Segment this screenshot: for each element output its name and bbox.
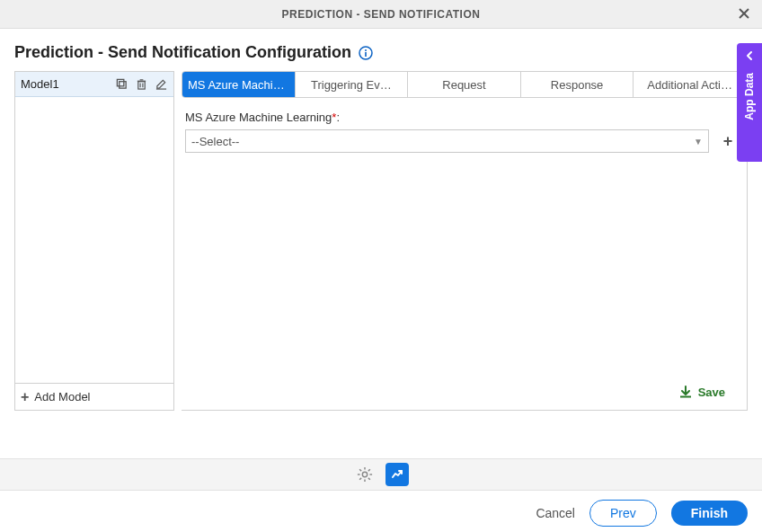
svg-rect-4 [365, 52, 367, 57]
select-value: --Select-- [191, 135, 239, 148]
info-icon[interactable] [359, 46, 373, 60]
svg-line-20 [368, 478, 370, 480]
svg-point-3 [365, 49, 367, 51]
model-item[interactable]: Model1 [15, 72, 173, 97]
tab-label: Triggering Ev… [311, 78, 392, 92]
model-item-actions [114, 77, 168, 92]
tabs: MS Azure Machine Lear… Triggering Ev… Re… [182, 71, 747, 98]
add-button[interactable]: + [718, 131, 738, 151]
save-label: Save [698, 386, 725, 399]
svg-line-22 [368, 469, 370, 471]
svg-rect-5 [119, 82, 125, 88]
select-row: --Select-- ▼ + [185, 129, 738, 153]
tab-body-spacer [185, 153, 738, 376]
tab-request[interactable]: Request [408, 72, 521, 97]
app-data-side-tab[interactable]: App Data [737, 43, 762, 162]
footer-tools [0, 458, 762, 491]
trash-icon[interactable] [134, 77, 148, 92]
download-icon [678, 385, 693, 399]
main-area: Model1 + Add Model MS Azure Machine Lear… [0, 71, 762, 411]
svg-rect-7 [137, 82, 144, 89]
model-name: Model1 [21, 77, 114, 91]
title-bar-text: PREDICTION - SEND NOTIFICATION [282, 8, 481, 21]
title-bar: PREDICTION - SEND NOTIFICATION [0, 0, 762, 29]
gear-icon[interactable] [353, 463, 377, 486]
prev-button[interactable]: Prev [589, 500, 657, 527]
tab-label: Response [551, 78, 604, 92]
plus-icon: + [21, 389, 29, 405]
tab-label: Request [442, 78, 485, 92]
model-list-panel: Model1 + Add Model [14, 71, 174, 411]
tab-azure-ml[interactable]: MS Azure Machine Lear… [182, 72, 296, 97]
page-heading: Prediction - Send Notification Configura… [0, 29, 762, 71]
edit-icon[interactable] [154, 77, 168, 92]
footer-actions: Cancel Prev Finish [536, 500, 748, 527]
tab-label: MS Azure Machine Lear… [188, 78, 289, 92]
tab-response[interactable]: Response [521, 72, 634, 97]
close-icon[interactable] [735, 5, 753, 23]
finish-button[interactable]: Finish [671, 501, 748, 526]
chart-icon[interactable] [385, 463, 409, 486]
chevron-left-icon [744, 50, 755, 64]
chevron-down-icon: ▼ [694, 137, 703, 146]
add-model-button[interactable]: + Add Model [15, 383, 173, 410]
model-list-spacer [15, 97, 173, 383]
svg-line-19 [359, 469, 361, 471]
add-model-label: Add Model [34, 390, 90, 403]
svg-line-21 [359, 478, 361, 480]
svg-point-14 [362, 472, 367, 476]
tab-additional[interactable]: Additional Acti… [634, 72, 746, 97]
field-label-text: MS Azure Machine Learning [185, 111, 332, 124]
tab-body: MS Azure Machine Learning*: --Select-- ▼… [182, 98, 747, 410]
svg-rect-6 [117, 79, 123, 85]
tab-label: Additional Acti… [647, 78, 732, 92]
required-marker: * [332, 111, 336, 124]
config-panel: MS Azure Machine Lear… Triggering Ev… Re… [182, 71, 748, 411]
copy-icon[interactable] [114, 77, 128, 92]
save-button[interactable]: Save [185, 376, 738, 410]
tab-triggering[interactable]: Triggering Ev… [296, 72, 409, 97]
field-label: MS Azure Machine Learning*: [185, 111, 738, 124]
side-tab-label: App Data [743, 73, 756, 120]
azure-ml-select[interactable]: --Select-- ▼ [185, 129, 709, 153]
cancel-button[interactable]: Cancel [536, 506, 575, 520]
page-title: Prediction - Send Notification Configura… [14, 43, 351, 62]
